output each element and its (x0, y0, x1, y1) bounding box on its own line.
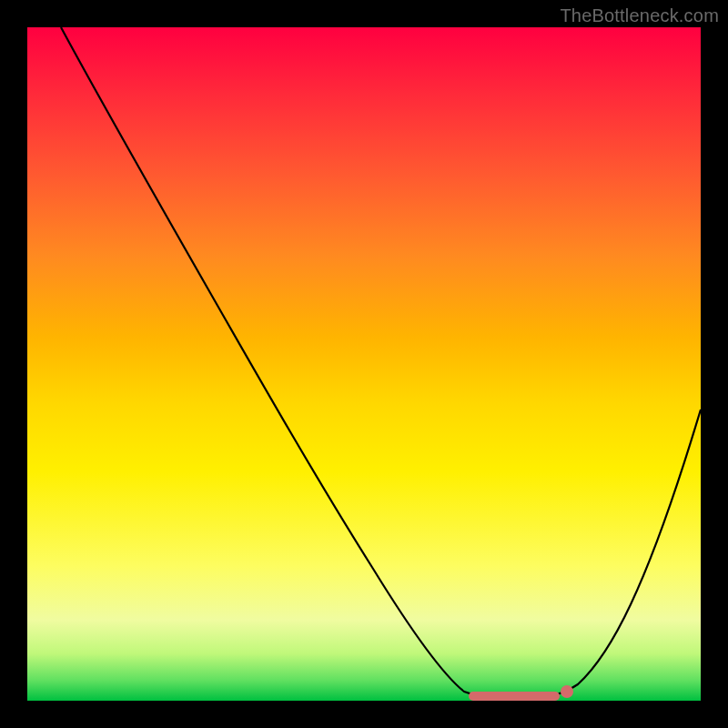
optimal-point-marker (561, 685, 573, 698)
curve-layer (27, 27, 701, 701)
plot-area (27, 27, 701, 701)
watermark-text: TheBottleneck.com (560, 5, 719, 26)
bottleneck-curve (61, 27, 701, 699)
chart-container: TheBottleneck.com (0, 0, 728, 728)
